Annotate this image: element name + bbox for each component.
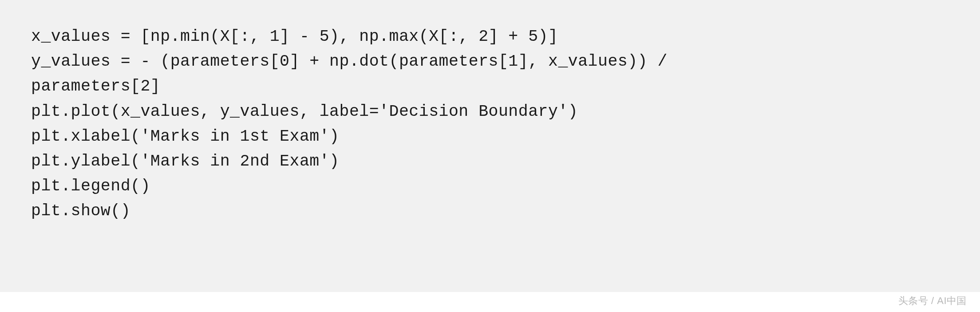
code-line-7: plt.ylabel('Marks in 2nd Exam'): [31, 149, 949, 174]
watermark-text: 头条号 / AI中国: [898, 294, 967, 308]
code-line-2: y_values = - (parameters[0] + np.dot(par…: [31, 49, 949, 74]
code-line-1: x_values = [np.min(X[:, 1] - 5), np.max(…: [31, 24, 949, 49]
code-line-9: plt.show(): [31, 199, 949, 224]
code-line-5: plt.plot(x_values, y_values, label='Deci…: [31, 99, 949, 124]
code-block: x_values = [np.min(X[:, 1] - 5), np.max(…: [0, 0, 980, 292]
code-line-3: parameters[2]: [31, 74, 949, 99]
code-line-8: plt.legend(): [31, 174, 949, 199]
code-line-6: plt.xlabel('Marks in 1st Exam'): [31, 124, 949, 149]
